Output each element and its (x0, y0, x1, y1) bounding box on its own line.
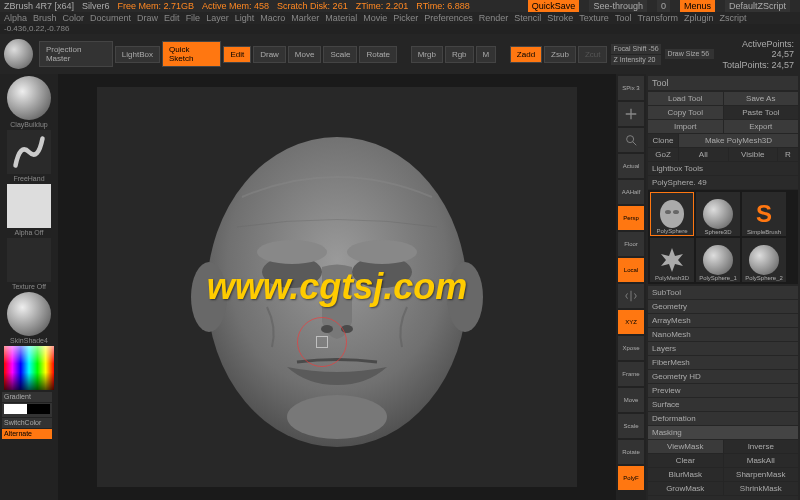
persp-button[interactable]: Persp (618, 206, 644, 230)
floor-button[interactable]: Floor (618, 232, 644, 256)
scroll-button[interactable] (618, 102, 644, 126)
gradient-button[interactable]: Gradient (2, 392, 52, 402)
thumb-polymesh3d[interactable]: PolyMesh3D (650, 238, 694, 282)
maskall-button[interactable]: MaskAll (724, 454, 799, 467)
growmask-button[interactable]: GrowMask (648, 482, 723, 495)
material-selector[interactable]: SkinShade4 (2, 292, 56, 344)
draw-button[interactable]: Draw (253, 46, 286, 63)
pastetool-button[interactable]: Paste Tool (724, 106, 799, 119)
stroke-selector[interactable]: FreeHand (2, 130, 56, 182)
frame-button[interactable]: Frame (618, 362, 644, 386)
quicksketch-button[interactable]: Quick Sketch (162, 41, 221, 67)
move-button[interactable]: Move (288, 46, 322, 63)
inverse-button[interactable]: Inverse (724, 440, 799, 453)
saveas-button[interactable]: Save As (724, 92, 799, 105)
menu-marker[interactable]: Marker (291, 13, 319, 23)
sharpenmask-button[interactable]: SharpenMask (724, 468, 799, 481)
m-button[interactable]: M (476, 46, 497, 63)
alternate-button[interactable]: Alternate (2, 429, 52, 439)
menu-preferences[interactable]: Preferences (424, 13, 473, 23)
rotate-button[interactable]: Rotate (359, 46, 397, 63)
menu-color[interactable]: Color (63, 13, 85, 23)
section-nanomesh[interactable]: NanoMesh (648, 328, 798, 341)
r-button[interactable]: R (778, 148, 798, 161)
import-button[interactable]: Import (648, 120, 723, 133)
section-subtool[interactable]: SubTool (648, 286, 798, 299)
thumb-polysphere1[interactable]: PolySphere_1 (696, 238, 740, 282)
menu-light[interactable]: Light (235, 13, 255, 23)
zadd-button[interactable]: Zadd (510, 46, 542, 63)
viewmask-button[interactable]: ViewMask (648, 440, 723, 453)
shrinkmask-button[interactable]: ShrinkMask (724, 482, 799, 495)
xpose-button[interactable]: Xpose (618, 336, 644, 360)
zcut-button[interactable]: Zcut (578, 46, 608, 63)
menu-movie[interactable]: Movie (363, 13, 387, 23)
section-layers[interactable]: Layers (648, 342, 798, 355)
menu-render[interactable]: Render (479, 13, 509, 23)
menu-zplugin[interactable]: Zplugin (684, 13, 714, 23)
alpha-selector[interactable]: Alpha Off (2, 184, 56, 236)
export-button[interactable]: Export (724, 120, 799, 133)
section-geometryhd[interactable]: Geometry HD (648, 370, 798, 383)
menu-alpha[interactable]: Alpha (4, 13, 27, 23)
menu-stencil[interactable]: Stencil (514, 13, 541, 23)
scale-button[interactable]: Scale (323, 46, 357, 63)
local-button[interactable]: Local (618, 258, 644, 282)
makepolymesh-button[interactable]: Make PolyMesh3D (679, 134, 798, 147)
section-masking[interactable]: Masking (648, 426, 798, 439)
menu-file[interactable]: File (186, 13, 201, 23)
menu-picker[interactable]: Picker (393, 13, 418, 23)
thumb-sphere3d[interactable]: Sphere3D (696, 192, 740, 236)
viewrotate-button[interactable]: Rotate (618, 440, 644, 464)
copytool-button[interactable]: Copy Tool (648, 106, 723, 119)
visible-button[interactable]: Visible (729, 148, 778, 161)
createalpha-button[interactable]: Create Alpha (648, 496, 798, 500)
spix-button[interactable]: SPix 3 (618, 76, 644, 100)
z-intensity-slider[interactable]: Z Intensity 20 (611, 55, 661, 65)
brush-selector[interactable]: ClayBuildup (2, 76, 56, 128)
viewscale-button[interactable]: Scale (618, 414, 644, 438)
menu-transform[interactable]: Transform (637, 13, 678, 23)
lightbox-button[interactable]: LightBox (115, 46, 160, 63)
section-geometry[interactable]: Geometry (648, 300, 798, 313)
section-fibermesh[interactable]: FiberMesh (648, 356, 798, 369)
draw-size-slider[interactable]: Draw Size 56 (665, 49, 713, 59)
thumb-polysphere2[interactable]: PolySphere_2 (742, 238, 786, 282)
menu-texture[interactable]: Texture (579, 13, 609, 23)
viewmove-button[interactable]: Move (618, 388, 644, 412)
lsym-button[interactable] (618, 284, 644, 308)
menu-draw[interactable]: Draw (137, 13, 158, 23)
menu-edit[interactable]: Edit (164, 13, 180, 23)
seethrough-value[interactable]: 0 (657, 0, 670, 12)
aahalf-button[interactable]: AAHalf (618, 180, 644, 204)
menu-brush[interactable]: Brush (33, 13, 57, 23)
quicksave-button[interactable]: QuickSave (528, 0, 580, 12)
blurmask-button[interactable]: BlurMask (648, 468, 723, 481)
zsub-button[interactable]: Zsub (544, 46, 576, 63)
zoom-button[interactable] (618, 128, 644, 152)
menu-zscript[interactable]: Zscript (720, 13, 747, 23)
section-deformation[interactable]: Deformation (648, 412, 798, 425)
edit-button[interactable]: Edit (223, 46, 251, 63)
xyz-button[interactable]: XYZ (618, 310, 644, 334)
menu-document[interactable]: Document (90, 13, 131, 23)
clone-button[interactable]: Clone (648, 134, 678, 147)
menu-tool[interactable]: Tool (615, 13, 632, 23)
menus-button[interactable]: Menus (680, 0, 715, 12)
all-button[interactable]: All (679, 148, 728, 161)
viewport[interactable]: www.cgtsj.com (97, 87, 577, 487)
material-preview-icon[interactable] (4, 39, 33, 69)
thumb-polysphere[interactable]: PolySphere (650, 192, 694, 236)
section-surface[interactable]: Surface (648, 398, 798, 411)
section-arraymesh[interactable]: ArrayMesh (648, 314, 798, 327)
color-picker[interactable] (2, 346, 56, 390)
clear-button[interactable]: Clear (648, 454, 723, 467)
goz-button[interactable]: GoZ (648, 148, 678, 161)
mrgb-button[interactable]: Mrgb (411, 46, 443, 63)
projection-master-button[interactable]: Projection Master (39, 41, 113, 67)
menu-material[interactable]: Material (325, 13, 357, 23)
texture-selector[interactable]: Texture Off (2, 238, 56, 290)
loadtool-button[interactable]: Load Tool (648, 92, 723, 105)
focal-shift-slider[interactable]: Focal Shift -56 (611, 44, 661, 54)
thumb-simplebrush[interactable]: SSimpleBrush (742, 192, 786, 236)
